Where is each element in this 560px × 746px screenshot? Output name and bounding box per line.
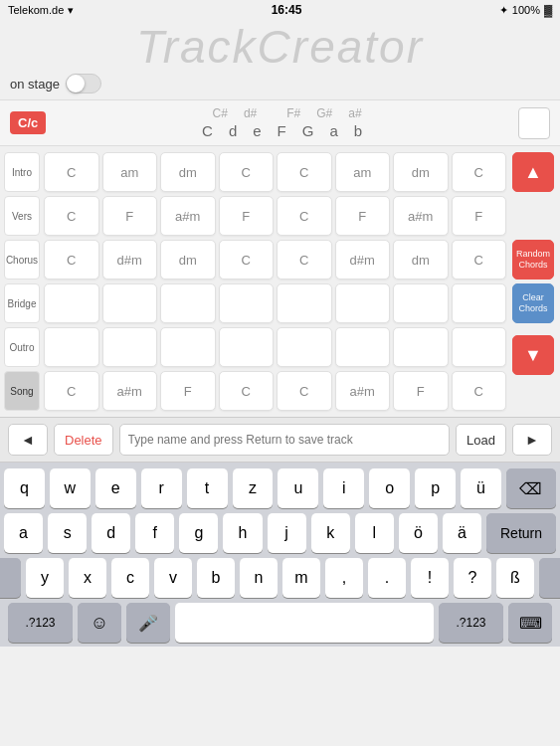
- key-a[interactable]: a: [4, 513, 43, 553]
- key-b[interactable]: b: [197, 558, 235, 598]
- chord-cell-0-7[interactable]: C: [452, 152, 507, 192]
- track-name-input[interactable]: [119, 424, 451, 456]
- chord-cell-2-7[interactable]: C: [452, 240, 507, 280]
- key-x[interactable]: x: [69, 558, 106, 598]
- key-excl[interactable]: !: [411, 558, 449, 598]
- chord-cell-s-2[interactable]: F: [160, 371, 216, 411]
- nat-d[interactable]: d: [229, 122, 237, 139]
- key-a-umlaut[interactable]: ä: [443, 513, 481, 553]
- key-e[interactable]: e: [95, 468, 136, 508]
- chord-cell-1-6[interactable]: a#m: [393, 196, 449, 236]
- sharp-a[interactable]: a#: [348, 106, 361, 120]
- chord-cell-s-1[interactable]: a#m: [102, 371, 158, 411]
- random-chords-button[interactable]: Random Chords: [512, 240, 554, 280]
- key-comma[interactable]: ,: [325, 558, 363, 598]
- sharp-G[interactable]: G#: [316, 106, 332, 120]
- chord-cell-s-0[interactable]: C: [44, 371, 99, 411]
- chord-cell-b-1[interactable]: [102, 283, 158, 323]
- chord-cell-s-7[interactable]: C: [452, 371, 507, 411]
- chord-cell-2-5[interactable]: d#m: [335, 240, 391, 280]
- chord-cell-b-0[interactable]: [44, 283, 99, 323]
- track-prev-button[interactable]: ◄: [8, 424, 48, 456]
- clear-chords-button[interactable]: Clear Chords: [512, 283, 554, 323]
- return-key[interactable]: Return: [486, 513, 556, 553]
- chord-cell-o-7[interactable]: [452, 327, 507, 367]
- chord-cell-1-2[interactable]: a#m: [160, 196, 216, 236]
- track-load-button[interactable]: Load: [456, 424, 506, 456]
- chord-cell-b-5[interactable]: [335, 283, 391, 323]
- chord-cell-s-6[interactable]: F: [393, 371, 449, 411]
- sharp-F[interactable]: F#: [286, 106, 300, 120]
- chord-cell-s-4[interactable]: C: [277, 371, 332, 411]
- key-dot[interactable]: .: [368, 558, 406, 598]
- chord-cell-s-3[interactable]: C: [219, 371, 275, 411]
- chord-cell-b-2[interactable]: [160, 283, 216, 323]
- numbers-key-right[interactable]: .?123: [439, 603, 503, 643]
- mic-key[interactable]: 🎤: [126, 603, 170, 643]
- key-question[interactable]: ?: [454, 558, 491, 598]
- chord-cell-1-7[interactable]: F: [452, 196, 507, 236]
- key-o-umlaut[interactable]: ö: [399, 513, 438, 553]
- key-z[interactable]: z: [233, 468, 274, 508]
- chord-cell-b-3[interactable]: [219, 283, 275, 323]
- chord-cell-2-2[interactable]: dm: [160, 240, 216, 280]
- chord-cell-0-4[interactable]: C: [277, 152, 332, 192]
- key-c[interactable]: c: [111, 558, 149, 598]
- key-o[interactable]: o: [369, 468, 410, 508]
- section-song[interactable]: Song: [4, 371, 40, 411]
- chord-cell-1-5[interactable]: F: [335, 196, 391, 236]
- chord-cell-o-5[interactable]: [335, 327, 391, 367]
- chord-cell-1-1[interactable]: F: [102, 196, 158, 236]
- nat-a[interactable]: a: [329, 122, 337, 139]
- key-t[interactable]: t: [187, 468, 228, 508]
- shift-key-right[interactable]: ⇧: [539, 558, 560, 598]
- key-u-umlaut[interactable]: ü: [461, 468, 501, 508]
- chord-cell-b-7[interactable]: [452, 283, 507, 323]
- key-f[interactable]: f: [135, 513, 174, 553]
- chord-cell-o-4[interactable]: [277, 327, 332, 367]
- sharp-d[interactable]: d#: [244, 106, 257, 120]
- chord-cell-2-1[interactable]: d#m: [102, 240, 158, 280]
- section-bridge[interactable]: Bridge: [4, 283, 40, 323]
- chord-cell-0-1[interactable]: am: [102, 152, 158, 192]
- chord-cell-0-0[interactable]: C: [44, 152, 99, 192]
- key-d[interactable]: d: [92, 513, 130, 553]
- backspace-key[interactable]: ⌫: [506, 468, 556, 508]
- track-next-button[interactable]: ►: [512, 424, 552, 456]
- chord-cell-2-6[interactable]: dm: [393, 240, 449, 280]
- chord-cell-o-2[interactable]: [160, 327, 216, 367]
- chord-cell-0-2[interactable]: dm: [160, 152, 216, 192]
- chord-cell-0-5[interactable]: am: [335, 152, 391, 192]
- key-q[interactable]: q: [4, 468, 45, 508]
- keyboard-hide-key[interactable]: ⌨: [508, 603, 552, 643]
- section-vers[interactable]: Vers: [4, 196, 40, 236]
- chord-cell-0-6[interactable]: dm: [393, 152, 449, 192]
- nat-C[interactable]: C: [202, 122, 213, 139]
- key-r[interactable]: r: [141, 468, 182, 508]
- key-h[interactable]: h: [223, 513, 262, 553]
- numbers-key[interactable]: .?123: [8, 603, 73, 643]
- nat-G[interactable]: G: [302, 122, 314, 139]
- key-v[interactable]: v: [154, 558, 192, 598]
- chord-cell-o-0[interactable]: [44, 327, 99, 367]
- chord-cell-0-3[interactable]: C: [219, 152, 275, 192]
- section-intro[interactable]: Intro: [4, 152, 40, 192]
- key-g[interactable]: g: [179, 513, 218, 553]
- section-outro[interactable]: Outro: [4, 327, 40, 367]
- section-chorus[interactable]: Chorus: [4, 240, 40, 280]
- chord-cell-o-3[interactable]: [219, 327, 275, 367]
- key-n[interactable]: n: [240, 558, 278, 598]
- shift-key[interactable]: ⇧: [0, 558, 21, 598]
- sharp-C[interactable]: C#: [213, 106, 228, 120]
- key-u[interactable]: u: [278, 468, 318, 508]
- track-delete-button[interactable]: Delete: [54, 424, 113, 456]
- emoji-key[interactable]: ☺: [78, 603, 121, 643]
- chord-cell-b-6[interactable]: [393, 283, 449, 323]
- key-s[interactable]: s: [48, 513, 87, 553]
- key-y[interactable]: y: [26, 558, 64, 598]
- scroll-down-button[interactable]: ▼: [512, 335, 554, 375]
- chord-cell-o-6[interactable]: [393, 327, 449, 367]
- on-stage-toggle[interactable]: [66, 74, 101, 93]
- chord-cell-b-4[interactable]: [277, 283, 332, 323]
- key-m[interactable]: m: [282, 558, 320, 598]
